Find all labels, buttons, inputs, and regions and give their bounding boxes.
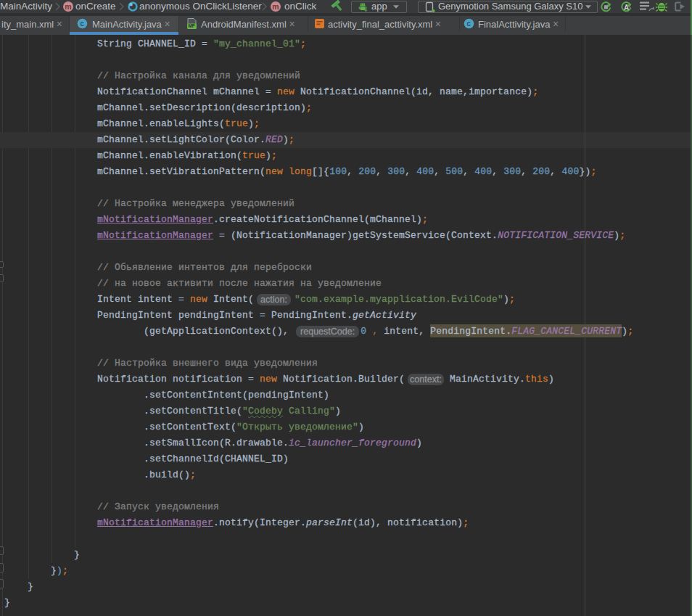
svg-text:C: C (81, 21, 85, 28)
svg-text:C: C (467, 21, 471, 28)
svg-text:A: A (624, 4, 629, 12)
svg-text:MF: MF (188, 23, 194, 28)
